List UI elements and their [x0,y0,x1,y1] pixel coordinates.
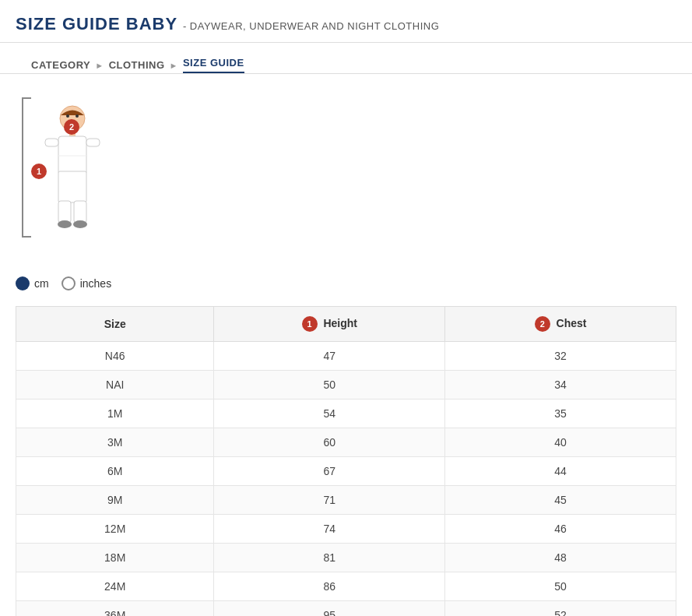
col-header-height: 1 Height [214,307,445,342]
breadcrumb-sep-2: ► [170,61,178,70]
breadcrumb-nav: CATEGORY ► CLOTHING ► SIZE GUIDE [0,48,692,74]
cell-size: 36M [16,601,214,617]
cm-option[interactable]: cm [16,276,49,290]
size-table: Size 1 Height 2 Chest N464732NAI50341M54… [16,306,676,616]
cell-chest: 35 [445,400,676,428]
cell-height: 81 [214,544,445,572]
cell-chest: 44 [445,457,676,486]
svg-rect-7 [74,201,86,223]
inches-radio-empty[interactable] [61,276,76,290]
inches-label: inches [80,277,111,290]
height-bracket [22,97,31,238]
cell-chest: 52 [445,601,676,617]
table-header-row: Size 1 Height 2 Chest [16,307,676,342]
cell-chest: 46 [445,515,676,544]
cell-height: 60 [214,428,445,457]
figure-container: 1 2 [16,97,140,253]
svg-rect-5 [58,171,86,202]
badge-height: 1 [31,164,47,179]
breadcrumb-clothing[interactable]: CLOTHING [109,59,165,71]
cell-height: 67 [214,457,445,486]
cell-height: 71 [214,486,445,515]
svg-rect-11 [86,139,100,146]
breadcrumb-category[interactable]: CATEGORY [31,59,90,71]
svg-point-9 [73,220,87,228]
svg-point-2 [76,114,79,118]
title-highlight: baby [126,14,177,33]
cell-size: 6M [16,457,214,486]
cell-size: 9M [16,486,214,515]
cell-size: N46 [16,342,214,371]
breadcrumb: CATEGORY ► CLOTHING ► SIZE GUIDE [16,48,260,73]
cell-size: NAI [16,371,214,400]
cell-height: 47 [214,342,445,371]
table-row: 9M7145 [16,486,676,515]
cell-size: 3M [16,428,214,457]
inches-option[interactable]: inches [61,276,111,290]
cell-height: 54 [214,400,445,428]
table-row: 1M5435 [16,400,676,428]
table-row: 24M8650 [16,572,676,601]
figure-area: 1 2 [16,90,676,253]
col-header-size: Size [16,307,214,342]
col-header-chest: 2 Chest [445,307,676,342]
cm-label: cm [34,277,49,290]
breadcrumb-size-guide[interactable]: SIZE GUIDE [183,57,244,73]
table-row: 18M8148 [16,544,676,572]
svg-rect-6 [58,201,71,223]
cell-size: 18M [16,544,214,572]
cell-size: 12M [16,515,214,544]
cell-size: 1M [16,400,214,428]
chest-badge: 2 [535,316,550,332]
title-prefix: SIZE GUIDE [16,14,121,33]
cell-chest: 50 [445,572,676,601]
svg-rect-10 [45,139,58,146]
cell-size: 24M [16,572,214,601]
table-row: 12M7446 [16,515,676,544]
cell-height: 95 [214,601,445,617]
cell-height: 74 [214,515,445,544]
cell-chest: 45 [445,486,676,515]
svg-point-8 [58,220,72,228]
cell-height: 50 [214,371,445,400]
page-header: SIZE GUIDE baby - DAYWEAR, UNDERWEAR AND… [0,0,692,43]
height-badge: 1 [302,316,318,332]
table-row: 6M6744 [16,457,676,486]
cell-chest: 40 [445,428,676,457]
svg-point-1 [66,114,69,118]
cm-radio-filled[interactable] [16,276,30,290]
breadcrumb-sep-1: ► [95,61,104,70]
cell-height: 86 [214,572,445,601]
badge-chest: 2 [64,119,79,135]
page-title: SIZE GUIDE baby - DAYWEAR, UNDERWEAR AND… [16,14,676,34]
table-row: 3M6040 [16,428,676,457]
table-row: N464732 [16,342,676,371]
table-row: 36M9552 [16,601,676,617]
title-subtitle: - DAYWEAR, UNDERWEAR AND NIGHT CLOTHING [183,20,439,32]
cell-chest: 34 [445,371,676,400]
body-section: 1 2 cm inches Size 1 Height [0,74,692,616]
cell-chest: 48 [445,544,676,572]
unit-toggle: cm inches [16,269,676,306]
cell-chest: 32 [445,342,676,371]
table-row: NAI5034 [16,371,676,400]
